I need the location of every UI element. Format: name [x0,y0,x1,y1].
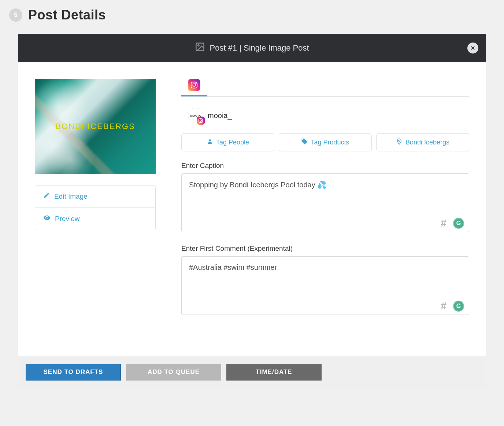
platform-tabs [181,79,469,97]
post-thumbnail[interactable]: BONDI ICEBERGS [35,79,156,174]
image-icon [195,42,205,54]
svg-point-4 [196,83,196,84]
preview-button[interactable]: Preview [35,207,155,230]
account-row: MOOIA mooia_ [181,104,469,133]
time-date-button[interactable]: TIME/DATE [226,364,322,381]
add-to-queue-button[interactable]: ADD TO QUEUE [126,364,221,381]
location-pin-icon [396,138,403,147]
post-card: Post #1 | Single Image Post BONDI ICEBER… [18,34,486,356]
instagram-icon [188,79,200,91]
person-icon [207,138,213,147]
grammarly-icon[interactable]: G [453,301,464,312]
step-badge: 5 [9,8,22,22]
caption-input[interactable] [181,173,469,232]
edit-image-button[interactable]: Edit Image [35,186,155,207]
close-button[interactable] [467,43,478,54]
card-header-title: Post #1 | Single Image Post [210,43,309,53]
caption-label: Enter Caption [181,162,469,170]
thumbnail-overlay-text: BONDI ICEBERGS [55,122,135,131]
tag-people-label: Tag People [216,139,249,146]
location-label: Bondi Icebergs [405,139,449,146]
tag-products-button[interactable]: Tag Products [279,133,372,151]
pencil-icon [43,192,50,201]
preview-label: Preview [55,215,80,223]
hashtag-icon[interactable]: # [441,300,446,312]
send-to-drafts-button[interactable]: SEND TO DRAFTS [26,364,121,381]
tag-icon [301,138,308,147]
instagram-badge-icon [197,117,205,125]
tag-products-label: Tag Products [311,139,349,146]
location-button[interactable]: Bondi Icebergs [376,133,469,151]
footer-actions: SEND TO DRAFTS ADD TO QUEUE TIME/DATE [18,356,486,389]
card-header: Post #1 | Single Image Post [18,34,486,62]
eye-icon [43,214,51,223]
tab-instagram[interactable] [181,79,207,96]
account-name: mooia_ [208,111,232,120]
svg-point-7 [399,140,400,142]
svg-point-6 [200,120,202,122]
page-title: Post Details [28,7,106,23]
svg-rect-5 [199,119,203,123]
edit-image-label: Edit Image [54,192,88,201]
hashtag-icon[interactable]: # [441,217,446,229]
page-header: 5 Post Details [9,7,495,23]
svg-point-1 [198,45,200,46]
svg-point-3 [193,84,195,86]
first-comment-label: Enter First Comment (Experimental) [181,245,469,253]
tag-people-button[interactable]: Tag People [181,133,274,151]
grammarly-icon[interactable]: G [453,218,464,229]
first-comment-input[interactable] [181,256,469,315]
